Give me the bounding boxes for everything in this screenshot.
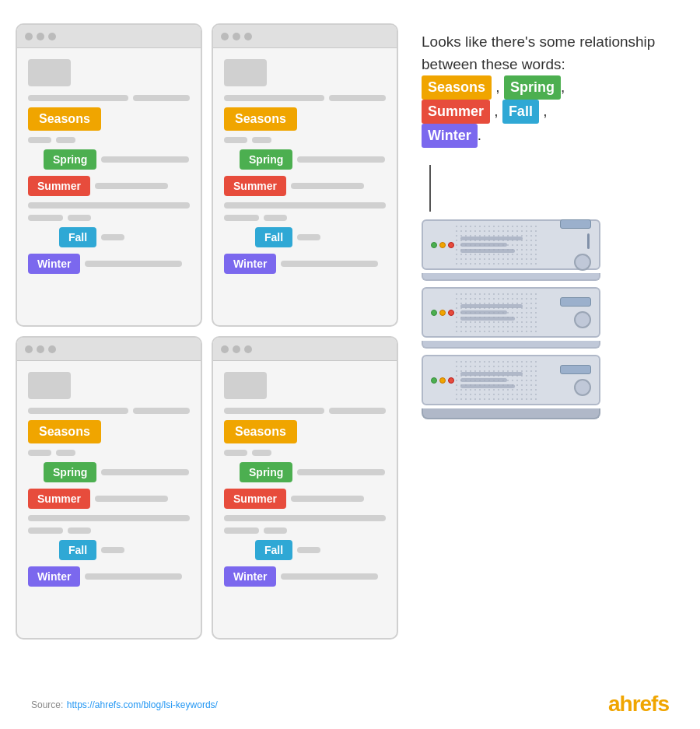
line-s6 bbox=[56, 450, 75, 456]
dot-9 bbox=[48, 345, 56, 353]
line-m4 bbox=[224, 202, 386, 209]
summer-row-2: Summer bbox=[224, 176, 386, 196]
lights-row-2 bbox=[431, 310, 454, 316]
lines-row-1c bbox=[28, 215, 190, 221]
server-vlines-1 bbox=[587, 233, 591, 249]
server-lights-2 bbox=[431, 310, 454, 316]
description-before: Looks like there's some relationship bet… bbox=[422, 33, 655, 72]
server-texture-2 bbox=[454, 292, 537, 333]
server-right-3 bbox=[560, 365, 591, 396]
spring-row-4: Spring bbox=[240, 462, 386, 482]
img-placeholder-4 bbox=[224, 372, 267, 399]
dot-5 bbox=[233, 33, 240, 40]
server-right-1 bbox=[560, 219, 591, 271]
server-btn-2 bbox=[560, 297, 591, 307]
comma1: , bbox=[492, 79, 500, 95]
lines-row-4a bbox=[224, 450, 386, 456]
winter-row-3: Winter bbox=[28, 566, 190, 587]
line-3a bbox=[28, 408, 128, 414]
summer-row-1: Summer bbox=[28, 176, 190, 196]
comma4: , bbox=[539, 103, 548, 119]
line-s1 bbox=[28, 137, 51, 143]
lines-row-3c bbox=[28, 527, 190, 534]
line-2b bbox=[329, 95, 386, 101]
server-unit-3 bbox=[422, 355, 600, 405]
inline-spring: Spring bbox=[504, 75, 561, 100]
row-lines-1 bbox=[28, 95, 190, 101]
browser-content-1: Seasons Spring Summer bbox=[17, 48, 201, 325]
seasons-tag-1: Seasons bbox=[28, 107, 101, 131]
server-circle-2 bbox=[574, 311, 591, 328]
line-f2 bbox=[297, 234, 320, 240]
server-right-2 bbox=[560, 297, 591, 328]
line-m12 bbox=[264, 527, 287, 534]
line-3b bbox=[133, 408, 190, 414]
line-m6 bbox=[264, 215, 287, 221]
summer-row-4: Summer bbox=[224, 489, 386, 509]
browser-window-4: Seasons Spring Summer bbox=[212, 336, 398, 640]
lines-row-3b bbox=[28, 515, 190, 521]
line-m9 bbox=[68, 527, 91, 534]
inline-winter: Winter bbox=[422, 124, 478, 148]
server-btn-1 bbox=[560, 219, 591, 229]
line-s3 bbox=[224, 137, 247, 143]
sv1 bbox=[587, 233, 590, 249]
line-sp1 bbox=[101, 156, 189, 163]
spring-row-2: Spring bbox=[240, 149, 386, 170]
server-lights-3 bbox=[431, 377, 454, 384]
line-m3 bbox=[68, 215, 91, 221]
lines-row-1a bbox=[28, 137, 190, 143]
line-m5 bbox=[224, 215, 259, 221]
line-su3 bbox=[95, 496, 168, 502]
line-w4 bbox=[281, 573, 378, 580]
seasons-row-1: Seasons bbox=[28, 107, 190, 131]
line-su1 bbox=[95, 183, 168, 189]
browser-content-4: Seasons Spring Summer bbox=[213, 361, 397, 638]
line-1b bbox=[133, 95, 190, 101]
top-section: Seasons Spring Summer bbox=[16, 23, 684, 640]
titlebar-2 bbox=[213, 25, 397, 48]
ahrefs-logo: ahrefs bbox=[608, 692, 669, 717]
inline-seasons: Seasons bbox=[422, 75, 492, 100]
server-base-3 bbox=[422, 408, 600, 419]
lines-row-2b bbox=[224, 202, 386, 209]
line-2a bbox=[224, 95, 324, 101]
seasons-tag-2: Seasons bbox=[224, 107, 297, 131]
dot-12 bbox=[244, 345, 252, 353]
spring-row-3: Spring bbox=[44, 462, 190, 482]
server-lights-1 bbox=[431, 242, 454, 248]
dot-10 bbox=[221, 345, 229, 353]
main-container: Seasons Spring Summer bbox=[0, 0, 700, 729]
winter-tag-2: Winter bbox=[224, 254, 276, 274]
lines-row-2c bbox=[224, 215, 386, 221]
summer-row-3: Summer bbox=[28, 489, 190, 509]
light-yellow-3 bbox=[439, 377, 446, 384]
fall-tag-2: Fall bbox=[255, 227, 292, 247]
line-f4 bbox=[297, 547, 320, 553]
comma3: , bbox=[490, 103, 499, 119]
fall-row-3: Fall bbox=[59, 540, 190, 560]
lines-row-3a bbox=[28, 450, 190, 456]
fall-row-2: Fall bbox=[255, 227, 386, 247]
seasons-tag-4: Seasons bbox=[224, 420, 297, 443]
dot-11 bbox=[233, 345, 240, 353]
seasons-row-2: Seasons bbox=[224, 107, 386, 131]
winter-tag-4: Winter bbox=[224, 566, 276, 587]
line-m8 bbox=[28, 527, 63, 534]
row-lines-4 bbox=[224, 408, 386, 414]
line-m1 bbox=[28, 202, 190, 209]
browser-window-1: Seasons Spring Summer bbox=[16, 23, 202, 327]
spring-tag-4: Spring bbox=[240, 462, 292, 482]
vertical-divider bbox=[429, 165, 431, 212]
line-4a bbox=[224, 408, 324, 414]
spring-tag-1: Spring bbox=[44, 149, 96, 170]
winter-tag-3: Winter bbox=[28, 566, 80, 587]
server-texture-1 bbox=[454, 224, 537, 265]
spring-tag-3: Spring bbox=[44, 462, 96, 482]
line-sp4 bbox=[297, 469, 385, 475]
line-su4 bbox=[291, 496, 364, 502]
light-yellow-2 bbox=[439, 310, 446, 316]
lines-row-4b bbox=[224, 515, 386, 521]
light-green-1 bbox=[431, 242, 437, 248]
lines-row-1b bbox=[28, 202, 190, 209]
